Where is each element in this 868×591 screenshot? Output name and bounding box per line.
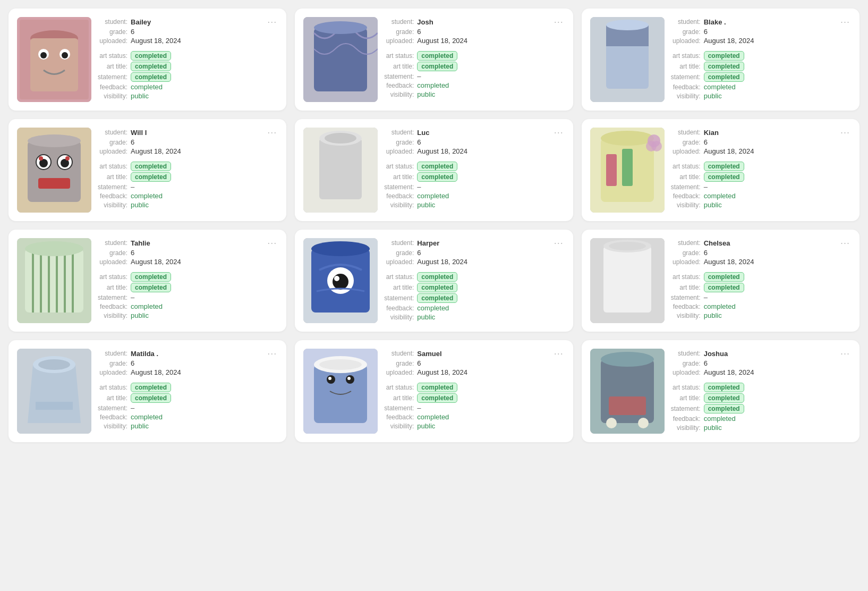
uploaded-label: uploaded: [671, 258, 701, 266]
uploaded-label: uploaded: [384, 258, 414, 266]
grade-value-samuel: 6 [417, 359, 564, 367]
art-title-label: art title: [671, 173, 701, 181]
svg-rect-33 [606, 154, 617, 186]
card-info-harper: student: Harper ··· grade: 6 uploaded: A… [384, 238, 564, 321]
more-options-luc[interactable]: ··· [553, 128, 565, 137]
feedback-label: feedback: [671, 415, 701, 423]
art-status-label: art status: [671, 384, 701, 391]
feedback-value-harper: completed [417, 304, 564, 312]
svg-point-15 [606, 20, 649, 30]
svg-point-67 [328, 377, 331, 380]
feedback-value-chelsea: completed [704, 302, 851, 310]
card-meta-tahlie: student: Tahlie ··· grade: 6 uploaded: A… [98, 238, 278, 319]
visibility-label: visibility: [384, 423, 414, 430]
card-joshua: student: Joshua ··· grade: 6 uploaded: A… [582, 340, 860, 442]
card-meta-chelsea: student: Chelsea ··· grade: 6 uploaded: … [671, 238, 851, 319]
artwork-image-luc [303, 128, 378, 213]
more-options-harper[interactable]: ··· [553, 238, 565, 248]
svg-rect-54 [603, 246, 651, 313]
statement-label: statement: [671, 405, 701, 412]
uploaded-label: uploaded: [98, 258, 127, 266]
more-options-tahlie[interactable]: ··· [266, 238, 278, 248]
art-title-label: art title: [384, 63, 414, 70]
more-options-joshua[interactable]: ··· [839, 349, 851, 358]
card-josh: student: Josh ··· grade: 6 uploaded: Aug… [295, 9, 573, 111]
card-kian: student: Kian ··· grade: 6 uploaded: Aug… [582, 119, 860, 221]
visibility-label: visibility: [98, 312, 127, 319]
svg-rect-72 [609, 396, 646, 415]
more-options-matilda[interactable]: ··· [266, 349, 278, 358]
svg-point-29 [325, 133, 356, 143]
svg-point-37 [651, 141, 662, 151]
artwork-image-matilda [17, 349, 91, 434]
feedback-value-luc: completed [417, 192, 564, 200]
card-meta-joshua: student: Joshua ··· grade: 6 uploaded: A… [671, 349, 851, 432]
more-options-chelsea[interactable]: ··· [839, 238, 851, 248]
student-label: student: [98, 350, 127, 357]
grade-label: grade: [384, 249, 414, 257]
visibility-value-samuel: public [417, 422, 564, 430]
student-label: student: [384, 350, 414, 357]
student-label: student: [671, 18, 701, 26]
grade-value-matilda: 6 [131, 359, 278, 367]
more-options-bailey[interactable]: ··· [266, 17, 278, 27]
svg-point-24 [39, 156, 43, 161]
feedback-label: feedback: [98, 83, 127, 91]
card-meta-harper: student: Harper ··· grade: 6 uploaded: A… [384, 238, 564, 321]
uploaded-value-luc: August 18, 2024 [417, 147, 564, 155]
art-status-badge-josh: completed [417, 51, 564, 61]
svg-point-6 [40, 52, 47, 58]
art-status-label: art status: [98, 273, 127, 281]
visibility-label: visibility: [671, 92, 701, 100]
grade-value-chelsea: 6 [704, 249, 851, 257]
art-title-badge-samuel: completed [417, 393, 564, 403]
card-info-luc: student: Luc ··· grade: 6 uploaded: Augu… [384, 128, 564, 209]
card-chelsea: student: Chelsea ··· grade: 6 uploaded: … [582, 230, 860, 332]
student-label: student: [98, 239, 127, 247]
more-options-josh[interactable]: ··· [553, 17, 565, 27]
uploaded-value-bailey: August 18, 2024 [131, 37, 278, 45]
svg-point-64 [319, 359, 362, 370]
card-meta-blake: student: Blake . ··· grade: 6 uploaded: … [671, 17, 851, 100]
feedback-label: feedback: [671, 83, 701, 91]
art-status-label: art status: [384, 273, 414, 281]
svg-point-52 [334, 276, 339, 281]
art-title-badge-tahlie: completed [131, 283, 278, 292]
student-label: student: [671, 350, 701, 357]
feedback-value-will: completed [131, 192, 278, 200]
svg-point-7 [62, 52, 68, 58]
feedback-label: feedback: [98, 413, 127, 421]
more-options-kian[interactable]: ··· [839, 128, 851, 137]
more-options-blake[interactable]: ··· [839, 17, 851, 27]
art-title-badge-matilda: completed [131, 393, 278, 403]
art-status-badge-harper: completed [417, 272, 564, 282]
card-info-joshua: student: Joshua ··· grade: 6 uploaded: A… [671, 349, 851, 432]
card-meta-samuel: student: Samuel ··· grade: 6 uploaded: A… [384, 349, 564, 430]
art-status-label: art status: [98, 52, 127, 60]
art-title-badge-bailey: completed [131, 62, 278, 71]
art-status-label: art status: [671, 163, 701, 170]
card-info-matilda: student: Matilda . ··· grade: 6 uploaded… [98, 349, 278, 430]
svg-point-25 [65, 156, 70, 161]
visibility-value-bailey: public [131, 92, 278, 100]
grade-label: grade: [671, 28, 701, 36]
uploaded-label: uploaded: [384, 369, 414, 376]
card-meta-bailey: student: Bailey ··· grade: 6 uploaded: A… [98, 17, 278, 100]
uploaded-label: uploaded: [671, 148, 701, 155]
more-options-samuel[interactable]: ··· [553, 349, 565, 358]
art-status-label: art status: [384, 384, 414, 391]
statement-label: statement: [384, 73, 414, 80]
feedback-value-kian: completed [704, 192, 851, 200]
statement-label: statement: [671, 73, 701, 81]
feedback-value-josh: completed [417, 81, 564, 89]
feedback-label: feedback: [98, 192, 127, 200]
statement-label: statement: [671, 183, 701, 191]
statement-value-joshua: completed [704, 404, 851, 413]
grade-value-kian: 6 [704, 138, 851, 146]
statement-value-josh: – [417, 72, 564, 80]
svg-point-71 [601, 352, 654, 367]
uploaded-label: uploaded: [98, 148, 127, 155]
more-options-will[interactable]: ··· [266, 128, 278, 137]
card-meta-josh: student: Josh ··· grade: 6 uploaded: Aug… [384, 17, 564, 98]
artwork-image-tahlie [17, 238, 91, 323]
